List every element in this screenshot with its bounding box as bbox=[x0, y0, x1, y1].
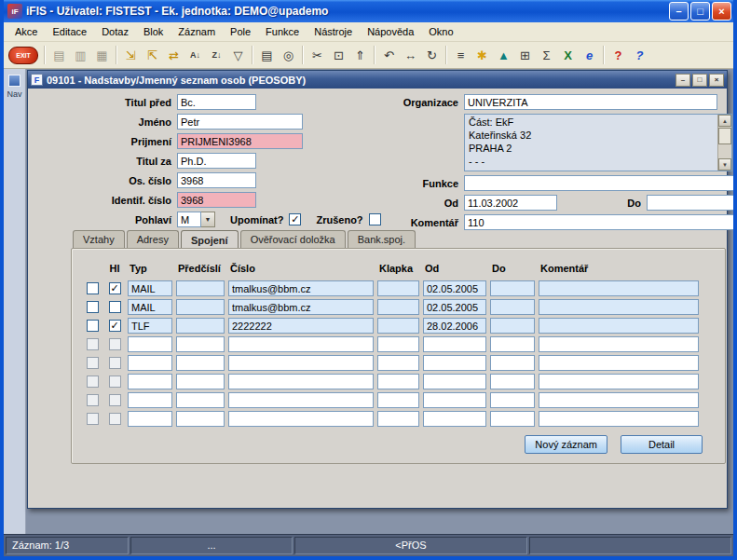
print-screen-icon[interactable]: ▥ bbox=[71, 46, 90, 65]
pohlavi-combo[interactable]: ▼ bbox=[177, 212, 215, 227]
menu-item-7[interactable]: Funkce bbox=[258, 24, 307, 39]
prijmeni-input[interactable] bbox=[177, 133, 303, 149]
sort-asc-icon[interactable]: A↓ bbox=[185, 46, 205, 65]
row-select-checkbox[interactable] bbox=[87, 301, 99, 313]
form-close-button[interactable]: × bbox=[709, 74, 724, 87]
form-minimize-button[interactable]: – bbox=[676, 74, 690, 87]
scroll-thumb[interactable] bbox=[718, 128, 731, 144]
cell-komentar[interactable] bbox=[539, 411, 699, 427]
row-select-checkbox[interactable] bbox=[87, 357, 99, 369]
cell-klapka[interactable] bbox=[377, 355, 419, 371]
cell-od[interactable] bbox=[423, 318, 486, 334]
cell-predcisli[interactable] bbox=[176, 318, 225, 334]
detail-button[interactable]: Detail bbox=[621, 435, 703, 454]
cell-predcisli[interactable] bbox=[176, 411, 225, 427]
hl-checkbox[interactable]: ✓ bbox=[109, 320, 121, 332]
menu-item-3[interactable]: Dotaz bbox=[94, 24, 136, 39]
hl-checkbox[interactable] bbox=[109, 338, 121, 350]
funkce-input[interactable] bbox=[464, 175, 733, 191]
cell-do[interactable] bbox=[490, 280, 535, 296]
cell-cislo[interactable] bbox=[228, 336, 374, 352]
form-restore-button[interactable]: □ bbox=[692, 74, 707, 87]
cell-typ[interactable] bbox=[128, 299, 172, 315]
menu-item-4[interactable]: Blok bbox=[136, 24, 171, 39]
menu-item-9[interactable]: Nápověda bbox=[360, 24, 421, 39]
cell-komentar[interactable] bbox=[539, 392, 699, 408]
hl-checkbox[interactable]: ✓ bbox=[109, 282, 121, 294]
hl-checkbox[interactable] bbox=[109, 394, 121, 406]
cell-typ[interactable] bbox=[128, 336, 172, 352]
organizace-input[interactable] bbox=[464, 94, 717, 110]
enter-query-icon[interactable]: ⇲ bbox=[121, 46, 141, 65]
hl-checkbox[interactable] bbox=[109, 376, 121, 388]
titul-za-input[interactable] bbox=[177, 153, 256, 169]
menu-item-6[interactable]: Pole bbox=[223, 24, 258, 39]
cell-cislo[interactable] bbox=[228, 318, 374, 334]
cell-komentar[interactable] bbox=[539, 355, 699, 371]
cell-od[interactable] bbox=[423, 299, 486, 315]
row-select-checkbox[interactable] bbox=[87, 320, 99, 332]
new-record-button[interactable]: Nový záznam bbox=[525, 435, 607, 454]
sum-icon[interactable]: Σ bbox=[537, 46, 556, 65]
filter-icon[interactable]: ▽ bbox=[228, 46, 248, 65]
exit-icon[interactable]: EXIT bbox=[8, 47, 38, 64]
cell-komentar[interactable] bbox=[539, 374, 699, 389]
titul-pred-input[interactable] bbox=[177, 94, 256, 110]
cell-typ[interactable] bbox=[128, 374, 172, 389]
cell-od[interactable] bbox=[423, 411, 486, 427]
cell-typ[interactable] bbox=[128, 411, 172, 427]
hl-checkbox[interactable] bbox=[109, 357, 121, 369]
navigate-icon[interactable]: ↔ bbox=[401, 46, 420, 65]
chevron-down-icon[interactable]: ▼ bbox=[201, 212, 215, 227]
help-doc-icon[interactable]: ? bbox=[608, 46, 628, 65]
cell-typ[interactable] bbox=[128, 355, 172, 371]
nav-icon[interactable] bbox=[8, 75, 20, 87]
komentar-input[interactable] bbox=[464, 214, 733, 230]
clear-record-icon[interactable]: ▦ bbox=[92, 46, 112, 65]
row-select-checkbox[interactable] bbox=[87, 394, 99, 406]
save-icon[interactable]: ▤ bbox=[49, 46, 69, 65]
close-button[interactable]: × bbox=[712, 2, 731, 20]
cell-cislo[interactable] bbox=[228, 392, 374, 408]
cancel-query-icon[interactable]: ⇄ bbox=[164, 46, 184, 65]
do-input[interactable] bbox=[647, 195, 733, 211]
cell-od[interactable] bbox=[423, 336, 486, 352]
cell-klapka[interactable] bbox=[377, 374, 419, 389]
tab-bank-spoj-[interactable]: Bank.spoj. bbox=[348, 230, 416, 248]
cell-klapka[interactable] bbox=[377, 280, 419, 296]
jmeno-input[interactable] bbox=[177, 114, 303, 130]
cell-cislo[interactable] bbox=[228, 299, 374, 315]
menu-item-8[interactable]: Nástroje bbox=[307, 24, 360, 39]
list-values-icon[interactable]: ≡ bbox=[451, 46, 471, 65]
menu-item-2[interactable]: Editace bbox=[45, 24, 94, 39]
cell-do[interactable] bbox=[490, 392, 535, 408]
cell-komentar[interactable] bbox=[539, 280, 699, 296]
hl-checkbox[interactable] bbox=[109, 413, 121, 425]
row-select-checkbox[interactable] bbox=[87, 413, 99, 425]
cell-od[interactable] bbox=[423, 374, 486, 389]
cell-komentar[interactable] bbox=[539, 336, 699, 352]
row-select-checkbox[interactable] bbox=[87, 338, 99, 350]
cell-klapka[interactable] bbox=[377, 392, 419, 408]
cell-cislo[interactable] bbox=[228, 355, 374, 371]
cell-do[interactable] bbox=[490, 374, 535, 389]
identif-cislo-input[interactable] bbox=[177, 192, 256, 208]
cell-cislo[interactable] bbox=[228, 411, 374, 427]
sort-desc-icon[interactable]: Z↓ bbox=[207, 46, 226, 65]
tab-ov-ovac-dolo-ka[interactable]: Ověřovací doložka bbox=[240, 230, 346, 248]
chart-icon[interactable]: ▲ bbox=[494, 46, 513, 65]
cell-do[interactable] bbox=[490, 299, 535, 315]
scroll-down-icon[interactable]: ▼ bbox=[718, 158, 731, 171]
paste-icon[interactable]: ⇑ bbox=[350, 46, 370, 65]
cell-do[interactable] bbox=[490, 318, 535, 334]
row-select-checkbox[interactable] bbox=[87, 282, 99, 294]
preview-icon[interactable]: ◎ bbox=[279, 46, 298, 65]
refresh-icon[interactable]: ↻ bbox=[422, 46, 442, 65]
cell-do[interactable] bbox=[490, 336, 535, 352]
cell-cislo[interactable] bbox=[228, 374, 374, 389]
cell-komentar[interactable] bbox=[539, 318, 699, 334]
cell-typ[interactable] bbox=[128, 392, 172, 408]
cell-typ[interactable] bbox=[128, 280, 172, 296]
cell-do[interactable] bbox=[490, 411, 535, 427]
print-icon[interactable]: ▤ bbox=[257, 46, 277, 65]
